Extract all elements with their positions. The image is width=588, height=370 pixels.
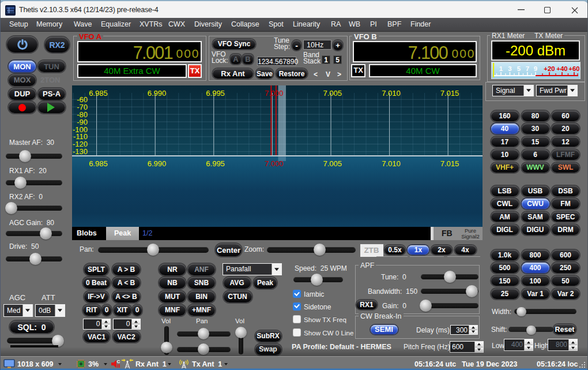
- svg-text:7.005: 7.005: [323, 159, 342, 168]
- svg-text:3: 3: [508, 65, 511, 72]
- svg-text:7.010: 7.010: [382, 89, 401, 98]
- svg-text:-130: -130: [73, 147, 88, 156]
- svg-text:1: 1: [499, 65, 503, 72]
- svg-text:6.985: 6.985: [89, 159, 108, 168]
- svg-text:7.000: 7.000: [265, 89, 284, 98]
- svg-text:9: 9: [534, 65, 537, 72]
- svg-text:6.995: 6.995: [206, 89, 225, 98]
- svg-text:+60: +60: [568, 65, 579, 72]
- svg-text:7.000: 7.000: [265, 159, 284, 168]
- svg-text:6.990: 6.990: [148, 159, 167, 168]
- svg-text:7.005: 7.005: [323, 89, 342, 98]
- svg-text:7.015: 7.015: [440, 159, 459, 168]
- svg-text:7.015: 7.015: [440, 89, 459, 98]
- svg-text:6.990: 6.990: [148, 89, 167, 98]
- svg-text:+40: +40: [556, 65, 568, 72]
- svg-text:6.995: 6.995: [206, 159, 225, 168]
- svg-text:6.985: 6.985: [89, 89, 108, 98]
- svg-text:7.010: 7.010: [382, 159, 401, 168]
- svg-text:+20: +20: [544, 65, 555, 72]
- svg-text:7: 7: [526, 65, 529, 72]
- svg-text:C: C: [117, 359, 120, 364]
- svg-text:5: 5: [517, 65, 521, 72]
